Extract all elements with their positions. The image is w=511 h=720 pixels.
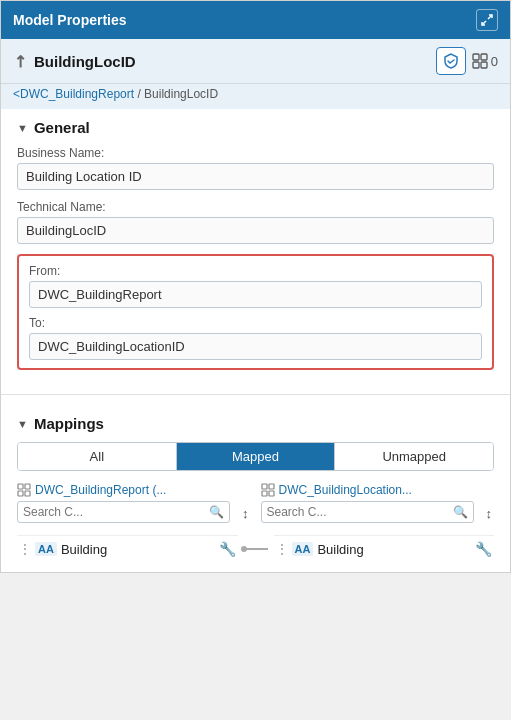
tab-unmapped[interactable]: Unmapped [335,443,493,470]
svg-rect-3 [481,54,487,60]
svg-rect-6 [18,484,23,489]
right-column-title: DWC_BuildingLocation... [279,483,412,497]
technical-name-input[interactable] [17,217,494,244]
general-section-title: General [34,119,90,136]
mapping-items-row: ⋮ AA Building 🔧 ⋮ AA Building 🔧 [17,535,494,562]
entity-name: ↗ BuildingLocID [13,52,136,71]
svg-rect-4 [473,62,479,68]
svg-rect-2 [473,54,479,60]
mapping-connector [238,543,274,555]
mappings-section: ▼ Mappings All Mapped Unmapped DWC_Bu [1,405,510,572]
entity-row: ↗ BuildingLocID 0 [1,39,510,84]
entity-actions: 0 [436,47,498,75]
mappings-section-header: ▼ Mappings [17,415,494,432]
shield-button[interactable] [436,47,466,75]
panel-header: Model Properties [1,1,510,39]
right-search-icon: 🔍 [453,505,468,519]
expand-button[interactable] [476,9,498,31]
left-item-name: Building [61,542,215,557]
right-search-row: 🔍 [261,501,474,523]
tab-all[interactable]: All [18,443,177,470]
breadcrumb-sep: / [134,87,144,101]
technical-name-field: Technical Name: [17,200,494,254]
left-search-input[interactable] [23,505,205,519]
mappings-tab-bar: All Mapped Unmapped [17,442,494,471]
entity-icon: ↗ [8,50,31,73]
left-item-type: AA [35,542,57,556]
svg-rect-12 [262,491,267,496]
left-item-wrench[interactable]: 🔧 [219,541,236,557]
right-sort-icon[interactable]: ↕ [484,506,495,521]
left-mapping-item: ⋮ AA Building 🔧 [17,535,238,562]
svg-rect-5 [481,62,487,68]
mappings-chevron[interactable]: ▼ [17,418,28,430]
from-label: From: [29,264,482,278]
to-label: To: [29,316,482,330]
svg-rect-9 [25,491,30,496]
model-properties-panel: Model Properties ↗ BuildingLocID [0,0,511,573]
right-column-header: DWC_BuildingLocation... [261,483,474,497]
general-chevron[interactable]: ▼ [17,122,28,134]
business-name-label: Business Name: [17,146,494,160]
right-item-name: Building [317,542,471,557]
technical-name-label: Technical Name: [17,200,494,214]
general-section: ▼ General Business Name: Technical Name:… [1,109,510,390]
svg-rect-7 [25,484,30,489]
left-item-dots[interactable]: ⋮ [19,542,31,556]
svg-rect-13 [269,491,274,496]
breadcrumb-link[interactable]: <DWC_BuildingReport [13,87,134,101]
columns-row: DWC_BuildingReport (... 🔍 ↕ [17,483,494,527]
panel-title: Model Properties [13,12,127,28]
right-mapping-item: ⋮ AA Building 🔧 [274,535,495,562]
mappings-section-title: Mappings [34,415,104,432]
left-column: DWC_BuildingReport (... 🔍 [17,483,230,527]
left-column-grid-icon [17,483,31,497]
svg-rect-10 [262,484,267,489]
left-column-header: DWC_BuildingReport (... [17,483,230,497]
left-sort-icon[interactable]: ↕ [240,506,251,521]
tab-mapped[interactable]: Mapped [177,443,336,470]
right-item-type: AA [292,542,314,556]
right-item-dots[interactable]: ⋮ [276,542,288,556]
grid-badge-button[interactable]: 0 [472,53,498,69]
svg-rect-8 [18,491,23,496]
connector-line-svg [241,543,271,555]
left-sort-container: ↕ [240,483,251,527]
right-sort-container: ↕ [484,483,495,527]
right-column-grid-icon [261,483,275,497]
to-input[interactable] [29,333,482,360]
right-search-input[interactable] [267,505,449,519]
general-section-header: ▼ General [17,119,494,136]
breadcrumb: <DWC_BuildingReport / BuildingLocID [1,84,510,109]
from-to-box: From: To: [17,254,494,370]
breadcrumb-current: BuildingLocID [144,87,218,101]
entity-name-text: BuildingLocID [34,53,136,70]
left-search-icon: 🔍 [209,505,224,519]
business-name-field: Business Name: [17,146,494,200]
badge-count: 0 [491,54,498,69]
left-search-row: 🔍 [17,501,230,523]
business-name-input[interactable] [17,163,494,190]
left-column-title: DWC_BuildingReport (... [35,483,166,497]
right-item-wrench[interactable]: 🔧 [475,541,492,557]
right-column: DWC_BuildingLocation... 🔍 [261,483,474,527]
svg-rect-11 [269,484,274,489]
from-input[interactable] [29,281,482,308]
